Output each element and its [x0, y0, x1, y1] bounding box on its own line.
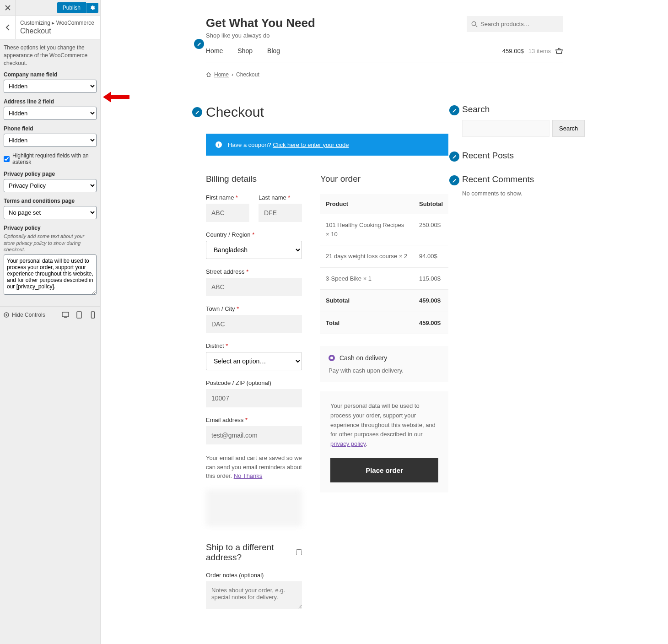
recent-posts-heading: Recent Posts: [462, 151, 563, 161]
last-name-input[interactable]: [259, 204, 302, 222]
basket-icon: [555, 48, 563, 54]
country-label: Country / Region *: [206, 231, 302, 238]
postcode-label: Postcode / ZIP (optional): [206, 379, 302, 386]
search-widget-button[interactable]: Search: [552, 120, 585, 137]
desktop-icon[interactable]: [62, 311, 69, 319]
home-icon: [206, 72, 211, 77]
district-select[interactable]: Select an option…: [206, 352, 302, 370]
product-search-input[interactable]: [467, 16, 563, 32]
edit-shortcut-page[interactable]: [192, 107, 202, 117]
order-total-row: Total459.00$: [320, 312, 448, 334]
sidebar-header: Customizing ▸ WooCommerce Checkout: [0, 16, 100, 39]
address2-field-select[interactable]: Hidden: [4, 107, 97, 120]
sidebar-top-bar: Publish: [0, 0, 100, 16]
first-name-input[interactable]: [206, 204, 249, 222]
breadcrumb-path: Customizing ▸ WooCommerce: [20, 20, 94, 26]
address2-field-label: Address line 2 field: [4, 98, 97, 105]
back-button[interactable]: [0, 16, 16, 39]
privacy-text-label: Privacy policy: [4, 225, 97, 231]
breadcrumb: Customizing ▸ WooCommerce Checkout: [16, 16, 99, 39]
main-content: Checkout i Have a coupon? Click here to …: [206, 86, 563, 610]
search-widget-input[interactable]: [462, 120, 549, 137]
order-notes-textarea[interactable]: [206, 581, 302, 609]
privacy-text-group: Privacy policy Optionally add some text …: [0, 225, 100, 302]
breadcrumb-home-link[interactable]: Home: [214, 71, 229, 78]
pencil-icon: [195, 110, 200, 115]
privacy-page-select[interactable]: Privacy Policy: [4, 179, 97, 192]
coupon-notice: i Have a coupon? Click here to enter you…: [206, 134, 448, 156]
recent-posts-widget: Recent Posts: [462, 151, 563, 161]
edit-shortcut-recent-comments[interactable]: [449, 175, 459, 185]
page-title: Checkout: [206, 104, 448, 120]
search-widget-heading: Search: [462, 104, 563, 114]
town-label: Town / City *: [206, 305, 302, 312]
ship-different-checkbox[interactable]: [296, 549, 302, 555]
country-select[interactable]: Bangladesh: [206, 241, 302, 259]
payment-method-label: Cash on delivery: [339, 354, 387, 362]
nav-menu: Home Shop Blog: [206, 47, 280, 54]
coupon-link[interactable]: Click here to enter your code: [273, 141, 349, 148]
close-button[interactable]: [0, 0, 16, 16]
pencil-icon: [452, 178, 457, 183]
mobile-icon[interactable]: [89, 311, 97, 319]
phone-field-select[interactable]: Hidden: [4, 134, 97, 147]
nav-row: Home Shop Blog 459.00$ 13 items: [206, 47, 563, 63]
phone-field-label: Phone field: [4, 125, 97, 132]
nav-item-blog[interactable]: Blog: [267, 47, 280, 54]
info-icon: i: [215, 141, 222, 148]
cart-items-count: 13 items: [528, 48, 551, 54]
town-input[interactable]: [206, 315, 302, 333]
site-header: Get What You Need Shop like you always d…: [206, 0, 563, 47]
company-field-select[interactable]: Hidden: [4, 80, 97, 93]
order-row: 21 days weight loss course × 294.00$: [320, 245, 448, 268]
privacy-page-group: Privacy policy page Privacy Policy: [0, 171, 100, 198]
main-left: Checkout i Have a coupon? Click here to …: [206, 104, 448, 610]
order-row: 3-Speed Bike × 1115.00$: [320, 267, 448, 290]
publish-wrap: Publish: [57, 2, 100, 13]
publish-settings-button[interactable]: [86, 3, 98, 13]
hide-controls-button[interactable]: Hide Controls: [4, 312, 45, 318]
highlight-checkbox[interactable]: [4, 156, 10, 162]
checkout-columns: Billing details First name * Last name *: [206, 174, 448, 610]
street-input[interactable]: [206, 278, 302, 296]
first-name-label: First name *: [206, 194, 249, 201]
district-label: District *: [206, 342, 302, 349]
nav-item-home[interactable]: Home: [206, 47, 223, 54]
no-comments-text: No comments to show.: [462, 190, 563, 197]
order-heading: Your order: [320, 174, 448, 184]
email-input[interactable]: [206, 426, 302, 444]
postcode-input[interactable]: [206, 389, 302, 407]
edit-shortcut-search-widget[interactable]: [449, 105, 459, 115]
no-thanks-link[interactable]: No Thanks: [234, 472, 263, 479]
publish-button[interactable]: Publish: [57, 2, 86, 13]
tablet-icon[interactable]: [75, 311, 83, 319]
order-th-product: Product: [320, 194, 414, 214]
highlight-checkbox-wrap: Highlight required fields with an asteri…: [0, 152, 100, 171]
hide-controls-label: Hide Controls: [12, 312, 45, 318]
cart-info[interactable]: 459.00$ 13 items: [502, 48, 563, 54]
order-column: Your order Product Subtotal 101 Healthy …: [320, 174, 448, 610]
site-tagline: Shop like you always do: [206, 32, 315, 39]
privacy-page-label: Privacy policy page: [4, 171, 97, 177]
place-order-button[interactable]: Place order: [330, 458, 438, 482]
payment-option-cod[interactable]: Cash on delivery: [329, 354, 440, 362]
edit-shortcut-nav[interactable]: [194, 39, 204, 49]
preview-pane: Get What You Need Shop like you always d…: [101, 0, 668, 644]
highlight-label: Highlight required fields with an asteri…: [12, 152, 97, 165]
gear-icon: [90, 5, 95, 11]
company-field-group: Company name field Hidden: [0, 71, 100, 98]
phone-field-group: Phone field Hidden: [0, 125, 100, 152]
recent-comments-widget: Recent Comments No comments to show.: [462, 174, 563, 197]
edit-shortcut-recent-posts[interactable]: [449, 152, 459, 162]
payment-description: Pay with cash upon delivery.: [329, 367, 440, 374]
email-label: Email address *: [206, 417, 302, 423]
order-notes-label: Order notes (optional): [206, 572, 302, 579]
terms-page-select[interactable]: No page set: [4, 206, 97, 219]
order-subtotal-row: Subtotal459.00$: [320, 290, 448, 312]
privacy-textarea[interactable]: Your personal data will be used to proce…: [4, 254, 97, 295]
privacy-policy-link[interactable]: privacy policy: [330, 440, 366, 447]
order-table: Product Subtotal 101 Healthy Cooking Rec…: [320, 194, 448, 334]
nav-item-shop[interactable]: Shop: [237, 47, 253, 54]
widget-sidebar: Search Search Recent Posts: [462, 104, 563, 610]
svg-rect-3: [92, 312, 95, 318]
